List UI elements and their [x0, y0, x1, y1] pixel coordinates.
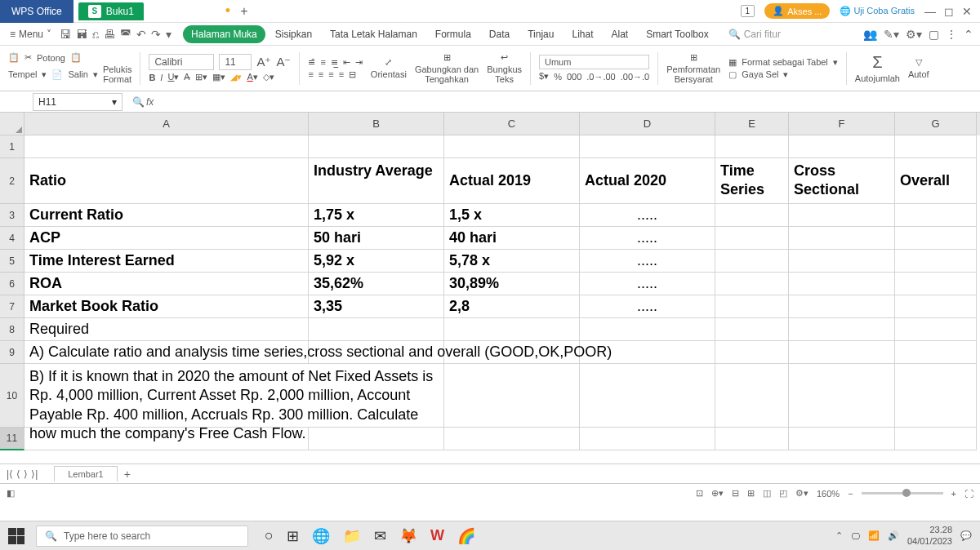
align-bottom-icon[interactable]: ≡̲ [331, 57, 338, 68]
view-settings-icon[interactable]: ⚙▾ [795, 488, 808, 499]
cell[interactable] [895, 428, 977, 450]
cell[interactable]: Overall [895, 158, 977, 204]
cell[interactable]: 5,78 x [444, 250, 580, 273]
cell[interactable]: Actual 2020 [580, 158, 715, 204]
inc-decimal-icon[interactable]: .0→.00 [586, 72, 615, 82]
format-tabel-label[interactable]: Format sebagai Tabel [742, 57, 828, 67]
status-indicator-icon[interactable]: ◧ [7, 488, 15, 499]
tempel-label[interactable]: Tempel [8, 69, 37, 79]
zoom-out-button[interactable]: − [848, 489, 853, 499]
row-header[interactable]: 6 [0, 273, 24, 295]
row-header[interactable]: 10 [0, 364, 24, 428]
cell[interactable]: 5,92 x [309, 250, 444, 273]
cell[interactable] [789, 341, 895, 364]
cell[interactable]: 1,75 x [309, 204, 444, 227]
tab-tinjau[interactable]: Tinjau [519, 25, 562, 43]
currency-icon[interactable]: $▾ [539, 71, 549, 82]
cell[interactable] [789, 364, 895, 428]
format-painter-small-icon[interactable]: 📋 [70, 52, 82, 63]
share-icon[interactable]: 👥 [863, 28, 877, 41]
dec-decimal-icon[interactable]: .00→.0 [621, 72, 649, 82]
gaya-sel-label[interactable]: Gaya Sel [742, 69, 778, 79]
pelukis-format-label[interactable]: Pelukis Format [103, 64, 131, 84]
cell[interactable]: Cross Sectional [789, 158, 895, 204]
formula-input[interactable] [160, 94, 980, 110]
cell[interactable] [895, 341, 977, 364]
sheet-last-icon[interactable]: ⟩| [31, 468, 38, 480]
clear-format-button[interactable]: ◇▾ [263, 72, 274, 82]
tab-halaman-muka[interactable]: Halaman Muka [183, 25, 265, 43]
table-format-icon[interactable]: ▦ [728, 57, 737, 68]
new-tab-button[interactable]: + [240, 4, 247, 19]
indent-dec-icon[interactable]: ⇤ [343, 57, 350, 68]
fx-button[interactable]: 🔍fx [132, 96, 154, 108]
saveas-icon[interactable]: 🖬 [76, 28, 87, 41]
akses-button[interactable]: 👤 Akses ... [764, 3, 830, 19]
print-icon[interactable]: 🖶 [104, 28, 115, 41]
cell[interactable] [715, 295, 789, 318]
cell[interactable] [444, 318, 580, 341]
align-right-icon[interactable]: ≡ [328, 69, 333, 79]
percent-icon[interactable]: % [554, 72, 562, 82]
save-icon[interactable]: 🖫 [60, 28, 71, 41]
autofilter-label[interactable]: Autof [908, 69, 929, 79]
cell[interactable] [309, 135, 444, 158]
cell[interactable] [789, 295, 895, 318]
indent-inc-icon[interactable]: ⇥ [355, 57, 363, 68]
name-box[interactable]: H11▾ [33, 93, 122, 111]
fullscreen-icon[interactable]: ⛶ [964, 489, 973, 499]
col-header[interactable]: E [715, 113, 789, 135]
notifications-icon[interactable]: 💬 [960, 530, 972, 541]
redo-icon[interactable]: ↷ [151, 28, 161, 41]
cell[interactable] [789, 273, 895, 295]
cell[interactable]: 1,5 x [444, 204, 580, 227]
taskbar-search[interactable]: 🔍 Type here to search [36, 526, 248, 547]
more-icon[interactable]: ▢ [929, 28, 939, 41]
zoom-slider[interactable] [862, 492, 943, 495]
overflow-icon[interactable]: ⋮ [946, 28, 957, 41]
wrap-text-icon[interactable]: ↩ [487, 52, 522, 63]
cell[interactable] [789, 250, 895, 273]
row-header[interactable]: 4 [0, 227, 24, 250]
underline-button[interactable]: U▾ [167, 72, 179, 82]
sigma-icon[interactable]: Σ [855, 53, 900, 72]
cell-styles-icon[interactable]: ▢ [728, 69, 737, 80]
tray-wifi-icon[interactable]: 📶 [868, 530, 880, 541]
cell[interactable] [715, 273, 789, 295]
wps-icon[interactable]: W [430, 527, 444, 544]
cell[interactable]: Current Ratio [24, 204, 309, 227]
cell[interactable]: ROA [24, 273, 309, 295]
paste-icon[interactable]: 📋 [8, 52, 20, 63]
font-select[interactable]: Calibri [149, 54, 214, 70]
start-button[interactable] [8, 528, 24, 544]
row-header[interactable]: 8 [0, 318, 24, 341]
task-view-icon[interactable]: ⊞ [287, 527, 299, 545]
tab-sisipkan[interactable]: Sisipkan [267, 25, 320, 43]
autojumlah-label[interactable]: Autojumlah [855, 73, 900, 83]
cell[interactable]: Ratio [24, 158, 309, 204]
row-header[interactable]: 9 [0, 341, 24, 364]
cell[interactable] [580, 135, 715, 158]
gabung-label[interactable]: Gabungkan dan Tengahkan [415, 64, 479, 84]
pemformatan-label[interactable]: Pemformatan Bersyarat [666, 64, 720, 84]
tray-monitor-icon[interactable]: 🖵 [851, 531, 860, 541]
cell[interactable]: B) If it is known that in 2020 the amoun… [24, 364, 444, 428]
cell[interactable]: A) Calculate ratio and analysis time ser… [24, 341, 309, 364]
search-features[interactable]: 🔍 Cari fitur [728, 29, 781, 40]
row-header[interactable]: 7 [0, 295, 24, 318]
clock[interactable]: 23.28 04/01/2023 [907, 525, 952, 546]
sheet-prev-icon[interactable]: ⟨ [16, 468, 20, 480]
edit-icon[interactable]: ✎▾ [884, 28, 899, 41]
row-header[interactable]: 11 [0, 428, 24, 450]
add-sheet-button[interactable]: + [124, 468, 131, 481]
cell[interactable] [895, 295, 977, 318]
view-normal-icon[interactable]: ⊡ [696, 488, 703, 499]
collapse-ribbon-icon[interactable]: ⌃ [964, 28, 973, 41]
cell[interactable] [24, 135, 309, 158]
cell[interactable] [715, 318, 789, 341]
view-custom-icon[interactable]: ◰ [779, 488, 787, 499]
cell[interactable] [580, 318, 715, 341]
cell[interactable] [715, 250, 789, 273]
cell[interactable] [715, 364, 789, 428]
cell[interactable] [895, 318, 977, 341]
